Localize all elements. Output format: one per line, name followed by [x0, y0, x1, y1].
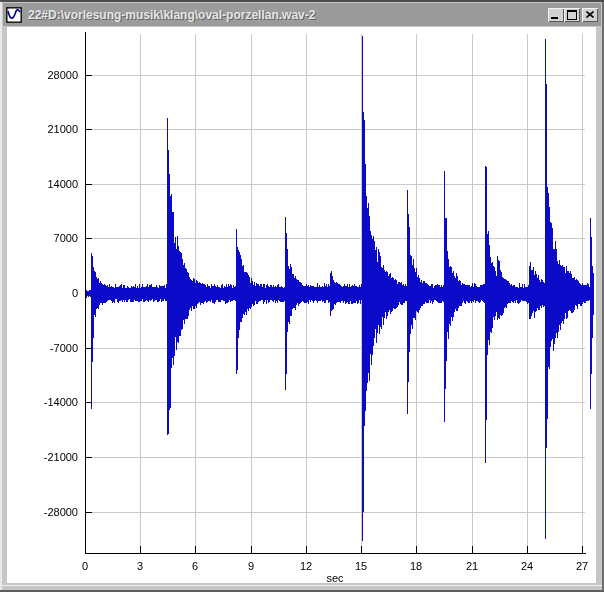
x-axis-tick-label: 12 — [291, 560, 321, 572]
x-axis-tick-label: 15 — [346, 560, 376, 572]
x-axis-tick-label: 24 — [512, 560, 542, 572]
x-axis-tick-label: 0 — [70, 560, 100, 572]
window-frame-top — [0, 0, 604, 2]
y-axis-tick-label: -14000 — [7, 396, 78, 408]
x-axis-unit-label: sec — [315, 572, 355, 584]
titlebar[interactable]: 22#D:\vorlesung-musik\klang\oval-porzell… — [3, 3, 601, 26]
x-axis-tick-label: 9 — [236, 560, 266, 572]
y-axis-tick-label: -28000 — [7, 506, 78, 518]
window-controls — [548, 8, 598, 22]
plot-area: sec 28000210001400070000-7000-14000-2100… — [7, 27, 596, 583]
y-axis-tick-label: 21000 — [7, 123, 78, 135]
x-axis-tick-label: 27 — [567, 560, 597, 572]
y-axis-tick-label: -7000 — [7, 342, 78, 354]
minimize-icon — [551, 17, 558, 19]
window-title: 22#D:\vorlesung-musik\klang\oval-porzell… — [28, 8, 548, 22]
y-axis-tick-label: 28000 — [7, 69, 78, 81]
y-axis-tick-label: 0 — [7, 287, 78, 299]
waveform-canvas[interactable] — [7, 27, 596, 583]
window-frame-bottom-highlight — [2, 585, 602, 586]
waveform-document-icon[interactable] — [6, 7, 22, 23]
app-window: 22#D:\vorlesung-musik\klang\oval-porzell… — [0, 0, 604, 592]
close-button[interactable] — [582, 8, 598, 22]
minimize-button[interactable] — [548, 8, 564, 22]
window-frame-left — [0, 2, 2, 592]
y-axis-tick-label: -21000 — [7, 451, 78, 463]
x-axis-tick-label: 21 — [457, 560, 487, 572]
x-axis-tick-label: 3 — [125, 560, 155, 572]
x-axis-tick-label: 18 — [401, 560, 431, 572]
y-axis-tick-label: 14000 — [7, 178, 78, 190]
y-axis-tick-label: 7000 — [7, 232, 78, 244]
maximize-icon — [567, 10, 577, 20]
close-icon — [586, 11, 594, 18]
maximize-button[interactable] — [564, 8, 580, 22]
x-axis-tick-label: 6 — [180, 560, 210, 572]
